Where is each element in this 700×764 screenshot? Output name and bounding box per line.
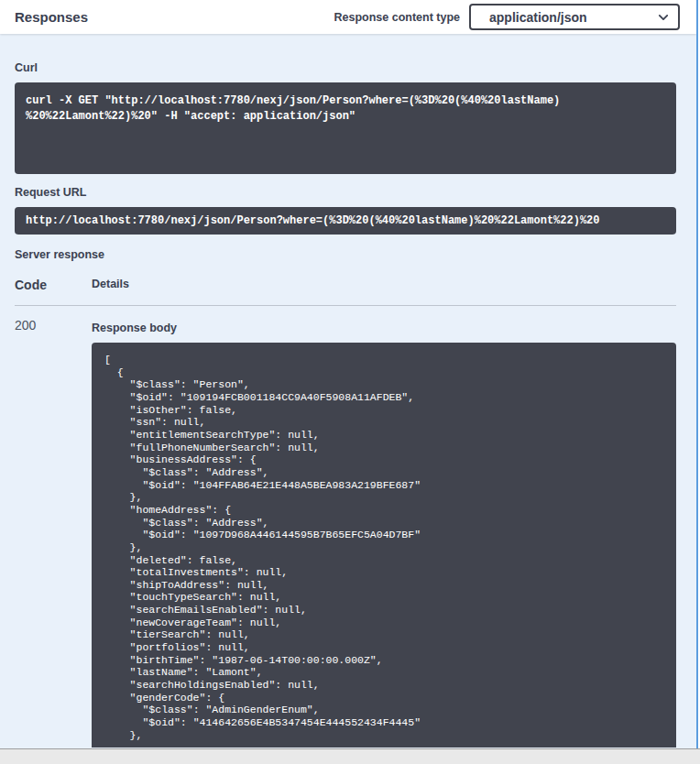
status-code: 200 bbox=[15, 318, 92, 748]
server-response-label: Server response bbox=[15, 248, 676, 261]
response-details-cell: Response body [ { "$class": "Person", "$… bbox=[92, 318, 676, 748]
response-content-type-control: Response content type application/json bbox=[334, 4, 680, 30]
response-code-header: Code bbox=[15, 278, 92, 292]
response-body-label: Response body bbox=[92, 322, 676, 334]
curl-label: Curl bbox=[15, 61, 676, 74]
response-content-type-select-wrap: application/json bbox=[469, 4, 680, 30]
response-body: [ { "$class": "Person", "$oid": "109194F… bbox=[92, 343, 676, 748]
response-details-header: Details bbox=[92, 278, 129, 292]
request-url-value: http://localhost:7780/nexj/json/Person?w… bbox=[15, 207, 676, 235]
responses-header: Responses Response content type applicat… bbox=[0, 0, 696, 34]
request-url-label: Request URL bbox=[15, 186, 676, 199]
horizontal-scrollbar[interactable] bbox=[0, 748, 700, 764]
responses-section: Responses Response content type applicat… bbox=[0, 0, 698, 748]
responses-body: Curl curl -X GET "http://localhost:7780/… bbox=[0, 34, 696, 748]
page-title: Responses bbox=[15, 9, 88, 25]
curl-command: curl -X GET "http://localhost:7780/nexj/… bbox=[15, 82, 676, 174]
server-response-table-header: Code Details bbox=[15, 278, 676, 306]
table-row: 200 Response body [ { "$class": "Person"… bbox=[15, 306, 676, 748]
response-content-type-select[interactable]: application/json bbox=[469, 4, 680, 30]
response-content-type-label: Response content type bbox=[334, 11, 460, 24]
